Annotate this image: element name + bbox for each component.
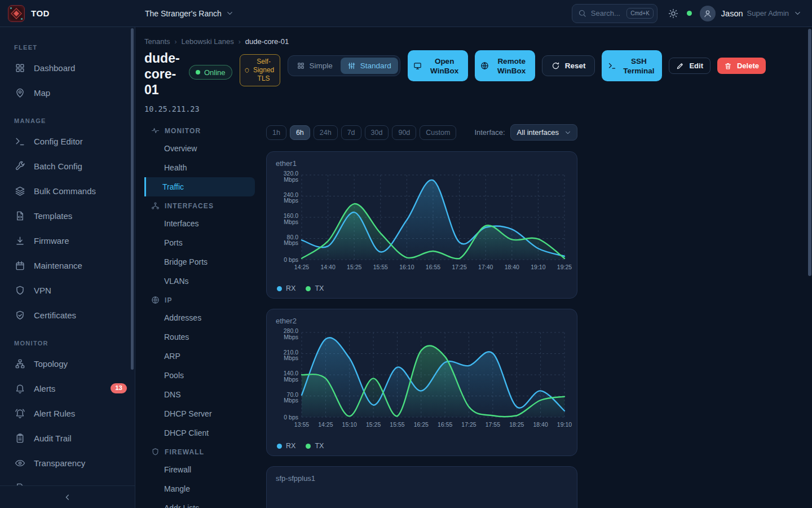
- sidebar-item-templates[interactable]: Templates: [0, 203, 135, 228]
- subnav-item-firewall[interactable]: Firewall: [144, 460, 255, 479]
- map-pin-icon: [14, 87, 25, 98]
- user-menu[interactable]: Jason Super Admin: [700, 6, 812, 21]
- search-input[interactable]: [591, 9, 622, 17]
- subnav-item-dns[interactable]: DNS: [144, 385, 255, 404]
- sidebar-scrollbar[interactable]: [131, 28, 134, 370]
- sidebar-item-maintenance[interactable]: Maintenance: [0, 253, 135, 278]
- svg-text:Mbps: Mbps: [284, 397, 298, 404]
- subnav-item-health[interactable]: Health: [144, 158, 255, 177]
- search-shortcut-badge: Cmd+K: [626, 8, 654, 19]
- svg-text:Mbps: Mbps: [284, 334, 298, 340]
- download-icon: [14, 235, 25, 246]
- svg-text:16:55: 16:55: [426, 264, 440, 270]
- subnav-item-traffic[interactable]: Traffic: [144, 177, 255, 196]
- traffic-chart-ether2[interactable]: 280.0Mbps210.0Mbps140.0Mbps70.0Mbps0 bps…: [276, 327, 569, 437]
- sidebar-item-label: Map: [34, 88, 50, 98]
- device-header: dude-core-01 10.25.211.23 Online Self-Si…: [144, 50, 812, 113]
- subnav-item-mangle[interactable]: Mangle: [144, 479, 255, 498]
- search-box[interactable]: Cmd+K: [572, 4, 657, 23]
- time-range-7d[interactable]: 7d: [341, 125, 361, 140]
- time-range-1h[interactable]: 1h: [266, 125, 286, 140]
- svg-text:15:25: 15:25: [366, 421, 381, 428]
- theme-toggle-button[interactable]: [668, 8, 678, 19]
- legend-dot-icon: [277, 286, 282, 291]
- sidebar-collapse-button[interactable]: [0, 485, 135, 508]
- svg-text:17:55: 17:55: [486, 421, 500, 428]
- breadcrumb-device: dude-core-01: [245, 37, 289, 46]
- view-toggle-simple[interactable]: Simple: [290, 58, 339, 74]
- subnav-item-dhcp-server[interactable]: DHCP Server: [144, 404, 255, 423]
- delete-button[interactable]: Delete: [717, 58, 766, 74]
- open-winbox-button[interactable]: Open WinBox: [408, 50, 468, 81]
- sidebar-item-dashboard[interactable]: Dashboard: [0, 55, 135, 80]
- alerts-count-badge: 13: [111, 383, 127, 393]
- legend-dot-icon: [306, 286, 311, 291]
- eye-icon: [14, 458, 25, 468]
- subnav-item-routes[interactable]: Routes: [144, 327, 255, 347]
- bell-icon: [14, 383, 25, 394]
- subnav-item-addresses[interactable]: Addresses: [144, 308, 255, 327]
- brand: TOD: [0, 5, 135, 22]
- breadcrumb-tenants[interactable]: Tenants: [144, 37, 170, 46]
- sidebar-item-transparency[interactable]: Transparency: [0, 450, 135, 475]
- subnav-item-interfaces[interactable]: Interfaces: [144, 214, 255, 233]
- view-toggle-standard[interactable]: Standard: [341, 58, 398, 74]
- subnav-item-vlans[interactable]: VLANs: [144, 271, 255, 291]
- sidebar-item-label: Transparency: [34, 458, 85, 468]
- device-actions: Open WinBoxRemote WinBoxResetSSH Termina…: [408, 50, 766, 81]
- sidebar-item-audit-trail[interactable]: Audit Trail: [0, 426, 135, 450]
- svg-text:19:10: 19:10: [557, 421, 572, 428]
- chevron-down-icon: [564, 129, 572, 137]
- subnav-item-pools[interactable]: Pools: [144, 366, 255, 385]
- subnav-item-bridge-ports[interactable]: Bridge Ports: [144, 252, 255, 271]
- sidebar-item-certificates[interactable]: Certificates: [0, 303, 135, 327]
- reset-button[interactable]: Reset: [542, 55, 595, 76]
- tenant-selector[interactable]: The Stranger's Ranch: [145, 9, 234, 18]
- traffic-chart-ether1[interactable]: 320.0Mbps240.0Mbps160.0Mbps80.0Mbps0 bps…: [276, 169, 569, 280]
- sidebar-item-alerts[interactable]: Alerts13: [0, 376, 135, 401]
- sidebar-item-label: Templates: [34, 211, 72, 221]
- subnav-item-addr-lists[interactable]: Addr Lists: [144, 498, 255, 508]
- view-mode-toggle: SimpleStandard: [288, 55, 400, 76]
- tenant-name: The Stranger's Ranch: [145, 9, 222, 18]
- terminal-icon: [14, 136, 25, 147]
- status-badge: Online: [189, 65, 232, 80]
- subnav-section-ip: IP: [144, 291, 255, 308]
- sidebar-item-map[interactable]: Map: [0, 80, 135, 105]
- time-range-custom[interactable]: Custom: [420, 125, 456, 140]
- sidebar-item-batch-config[interactable]: Batch Config: [0, 154, 135, 178]
- wrench-icon: [14, 161, 25, 172]
- svg-text:16:25: 16:25: [414, 421, 429, 428]
- time-range-24h[interactable]: 24h: [314, 125, 338, 140]
- time-range-6h[interactable]: 6h: [290, 125, 310, 140]
- main-content: Tenants › Lebowski Lanes › dude-core-01 …: [135, 27, 812, 508]
- time-range-30d[interactable]: 30d: [365, 125, 389, 140]
- interface-select[interactable]: All interfaces: [510, 124, 577, 141]
- legend-rx: RX: [277, 284, 295, 292]
- chevron-down-icon: [226, 9, 234, 17]
- time-range-90d[interactable]: 90d: [392, 125, 416, 140]
- remote-winbox-button[interactable]: Remote WinBox: [475, 50, 535, 81]
- sidebar-item-vpn[interactable]: VPN: [0, 278, 135, 303]
- sidebar-item-label: Audit Trail: [34, 433, 72, 443]
- svg-text:16:55: 16:55: [438, 421, 452, 428]
- terminal-icon: [608, 62, 616, 70]
- subnav-item-dhcp-client[interactable]: DHCP Client: [144, 423, 255, 443]
- sidebar-section-fleet: FLEET: [0, 32, 135, 55]
- breadcrumb-tenant-name[interactable]: Lebowski Lanes: [182, 37, 234, 46]
- sidebar-item-config-editor[interactable]: Config Editor: [0, 129, 135, 154]
- svg-text:Mbps: Mbps: [284, 376, 298, 383]
- subnav-item-overview[interactable]: Overview: [144, 139, 255, 158]
- refresh-icon: [551, 62, 560, 70]
- sidebar-item-alert-rules[interactable]: Alert Rules: [0, 401, 135, 426]
- subnav-item-arp[interactable]: ARP: [144, 347, 255, 366]
- subnav-item-ports[interactable]: Ports: [144, 233, 255, 252]
- ssh-terminal-button[interactable]: SSH Terminal: [602, 50, 662, 81]
- sidebar-item-topology[interactable]: Topology: [0, 351, 135, 376]
- main-scrollbar[interactable]: [808, 29, 811, 276]
- monitor-icon: [413, 62, 422, 70]
- sidebar-item-label: Maintenance: [34, 261, 82, 270]
- sidebar-item-firmware[interactable]: Firmware: [0, 228, 135, 253]
- sidebar-item-bulk-commands[interactable]: Bulk Commands: [0, 178, 135, 203]
- edit-button[interactable]: Edit: [669, 58, 710, 74]
